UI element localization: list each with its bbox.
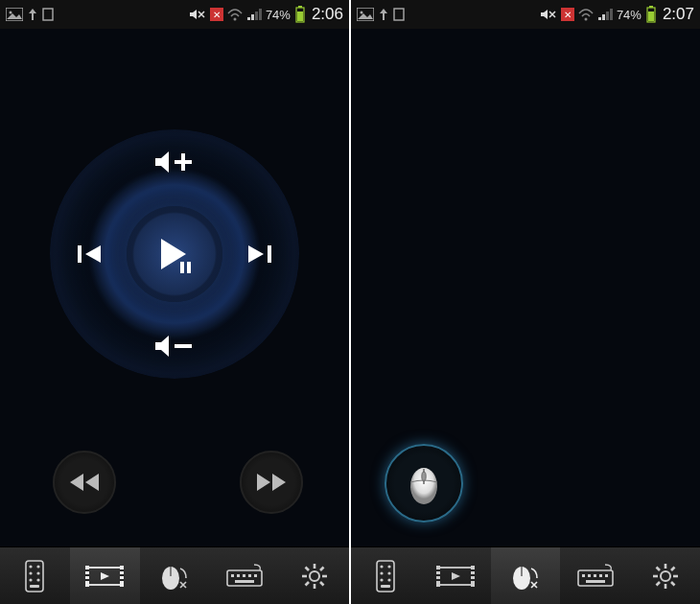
rewind-button[interactable]	[53, 451, 116, 514]
svg-point-5	[233, 18, 236, 21]
previous-track-button[interactable]	[61, 225, 119, 283]
media-icon	[436, 562, 475, 591]
svg-rect-23	[30, 585, 39, 588]
svg-point-65	[388, 565, 391, 568]
svg-point-69	[388, 578, 391, 581]
gallery-icon	[6, 8, 23, 21]
tab-remote[interactable]	[351, 546, 421, 604]
main-area[interactable]	[351, 29, 700, 546]
svg-point-18	[37, 565, 40, 568]
svg-rect-35	[227, 570, 262, 586]
volume-up-button[interactable]	[146, 133, 203, 191]
svg-point-20	[37, 571, 40, 574]
tab-media[interactable]	[421, 546, 491, 604]
svg-rect-82	[578, 570, 613, 586]
svg-point-89	[661, 571, 670, 581]
phone-right: ✕ 74% 2:07	[351, 0, 700, 604]
svg-point-21	[30, 578, 33, 581]
svg-rect-75	[436, 574, 440, 576]
svg-point-17	[30, 565, 33, 568]
svg-rect-37	[237, 574, 240, 577]
svg-rect-2	[43, 9, 53, 20]
svg-text:✕: ✕	[564, 10, 572, 20]
svg-rect-87	[605, 574, 608, 577]
svg-rect-32	[120, 579, 124, 581]
next-track-icon	[243, 238, 275, 270]
svg-point-42	[310, 571, 319, 581]
svg-rect-86	[599, 574, 602, 577]
svg-point-1	[10, 12, 12, 14]
volume-down-button[interactable]	[146, 317, 203, 375]
tab-settings[interactable]	[279, 546, 349, 604]
svg-rect-13	[268, 245, 271, 263]
svg-rect-28	[85, 574, 89, 576]
tab-mouse[interactable]	[491, 546, 561, 604]
mouse-toggle-button[interactable]	[385, 444, 463, 523]
keyboard-icon	[576, 563, 615, 590]
svg-rect-31	[120, 574, 124, 576]
volume-up-icon	[152, 145, 198, 179]
remote-icon	[374, 559, 397, 593]
svg-line-97	[656, 582, 660, 586]
mouse-icon	[406, 459, 442, 507]
svg-line-95	[671, 582, 675, 586]
status-bar: ✕ 74% 2:06	[0, 0, 349, 29]
signal-icon	[597, 8, 613, 21]
play-pause-icon	[148, 227, 201, 281]
upload-icon	[27, 7, 38, 22]
svg-rect-78	[471, 574, 475, 576]
rewind-icon	[67, 471, 102, 494]
gear-icon	[651, 562, 680, 591]
svg-rect-88	[586, 580, 605, 583]
phone-left: ✕ 74% 2:06	[0, 0, 349, 604]
clock: 2:06	[312, 5, 343, 24]
svg-text:✕: ✕	[213, 10, 221, 20]
tab-keyboard[interactable]	[209, 546, 279, 604]
battery-percent: 74%	[266, 8, 291, 22]
wifi-icon	[578, 8, 594, 21]
previous-track-icon	[74, 238, 106, 270]
tab-media[interactable]	[70, 546, 140, 604]
svg-rect-39	[248, 574, 251, 577]
window-icon	[393, 7, 405, 22]
volume-down-icon	[152, 329, 198, 363]
battery-icon	[645, 6, 657, 23]
gallery-icon	[357, 8, 374, 21]
svg-rect-79	[471, 579, 475, 581]
svg-rect-36	[231, 574, 234, 577]
clock: 2:07	[663, 5, 694, 24]
tab-mouse[interactable]	[140, 546, 210, 604]
svg-rect-70	[381, 585, 390, 588]
tabbar	[0, 546, 349, 604]
remote-icon	[23, 559, 46, 593]
svg-rect-10	[181, 153, 185, 171]
fast-forward-button[interactable]	[240, 451, 303, 514]
next-track-button[interactable]	[230, 225, 288, 283]
svg-line-50	[305, 582, 309, 586]
fast-forward-icon	[254, 471, 289, 494]
svg-rect-59	[649, 6, 653, 8]
svg-rect-53	[394, 9, 404, 20]
tabbar	[351, 546, 700, 604]
svg-rect-12	[78, 245, 82, 263]
svg-rect-30	[120, 569, 124, 571]
window-icon	[42, 7, 54, 22]
play-pause-button[interactable]	[127, 206, 222, 302]
svg-rect-58	[648, 12, 654, 21]
upload-icon	[378, 7, 389, 22]
svg-rect-84	[588, 574, 591, 577]
tab-settings[interactable]	[630, 546, 700, 604]
battery-icon	[294, 6, 306, 23]
mouse-tab-icon	[157, 561, 192, 592]
svg-rect-77	[471, 569, 475, 571]
volume-muted-icon	[540, 8, 557, 21]
svg-rect-40	[254, 574, 257, 577]
tab-remote[interactable]	[0, 546, 70, 604]
status-bar: ✕ 74% 2:07	[351, 0, 700, 29]
svg-line-47	[305, 567, 309, 570]
svg-rect-83	[582, 574, 585, 577]
network-error-icon: ✕	[210, 8, 223, 21]
svg-line-94	[656, 567, 660, 570]
svg-rect-29	[85, 579, 89, 581]
tab-keyboard[interactable]	[560, 546, 630, 604]
